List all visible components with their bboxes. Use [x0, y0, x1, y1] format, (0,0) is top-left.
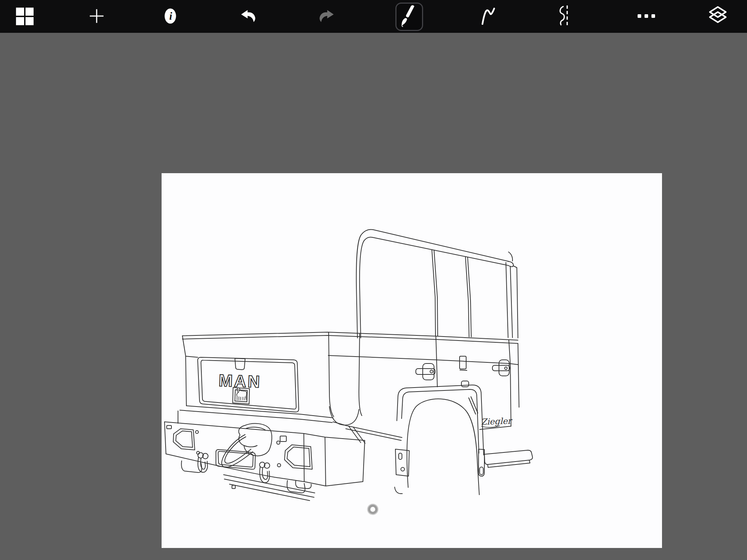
- ellipsis-icon: [637, 13, 656, 20]
- undo-icon: [240, 9, 256, 24]
- info-button[interactable]: i: [156, 2, 185, 31]
- plus-icon: [88, 8, 105, 26]
- license-plate-recess: [216, 450, 255, 469]
- slice-icon: [557, 4, 572, 29]
- gallery-grid-button[interactable]: [10, 2, 39, 31]
- door-handle-front: [416, 363, 435, 380]
- layers-icon: [708, 5, 728, 28]
- man-logo-text: MAN: [218, 371, 262, 391]
- touch-cursor: [368, 504, 378, 515]
- door-vent: [460, 356, 466, 369]
- undo-button[interactable]: [234, 2, 263, 31]
- slice-tool-button[interactable]: [550, 2, 579, 31]
- redo-button[interactable]: [312, 2, 341, 31]
- truck-line-drawing: MAN: [162, 173, 662, 548]
- door-badge: [461, 381, 469, 387]
- stroke-style-button[interactable]: [474, 2, 503, 31]
- svg-text:i: i: [169, 10, 172, 22]
- brush-tool-button[interactable]: [395, 3, 423, 31]
- gallery-grid-icon: [15, 6, 34, 27]
- layers-button[interactable]: [703, 2, 732, 31]
- ziegler-script: Ziegler: [481, 416, 513, 427]
- cab-window-frame: [356, 230, 518, 338]
- more-options-button[interactable]: [632, 2, 661, 31]
- brush-icon: [401, 4, 418, 29]
- front-bumper: [165, 422, 365, 501]
- door-handle-rear: [492, 360, 510, 376]
- stroke-wave-icon: [481, 7, 496, 26]
- cab-step: [479, 449, 533, 476]
- corner-column: [329, 332, 362, 425]
- tow-shackle-right: [260, 462, 270, 483]
- info-icon: i: [162, 7, 179, 26]
- add-button[interactable]: [82, 2, 111, 31]
- toolbar: i: [0, 0, 747, 33]
- drawing-canvas[interactable]: MAN: [162, 173, 662, 548]
- cab-sill-lines: [182, 332, 518, 365]
- cab-side-doors: [416, 336, 519, 429]
- app-screen: i: [0, 0, 747, 560]
- redo-icon: [318, 9, 334, 24]
